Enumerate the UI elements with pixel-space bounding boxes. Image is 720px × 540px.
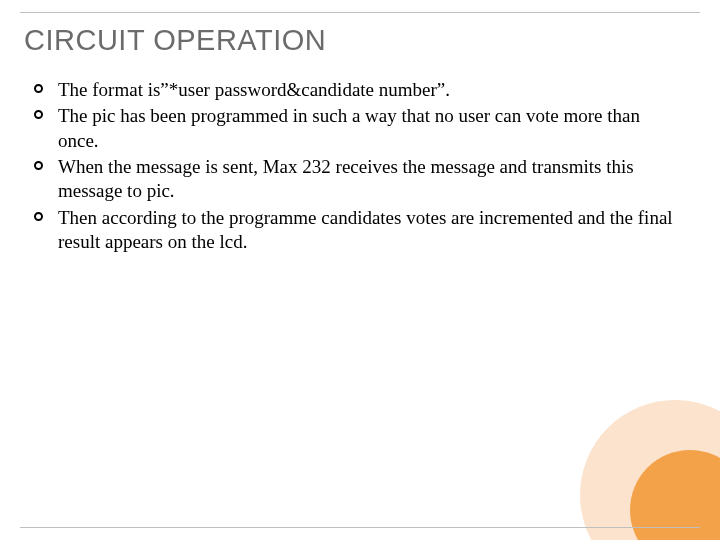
- slide: CIRCUIT OPERATION The format is”*user pa…: [0, 0, 720, 540]
- slide-title: CIRCUIT OPERATION: [24, 24, 326, 57]
- divider-bottom: [20, 527, 700, 528]
- list-item-text: Then according to the programme candidat…: [58, 207, 673, 252]
- list-item-text: The format is”*user password&candidate n…: [58, 79, 450, 100]
- divider-top: [20, 12, 700, 13]
- bullet-list: The format is”*user password&candidate n…: [32, 78, 680, 254]
- slide-body: The format is”*user password&candidate n…: [32, 78, 680, 256]
- list-item-text: The pic has been programmed in such a wa…: [58, 105, 640, 150]
- list-item: When the message is sent, Max 232 receiv…: [32, 155, 680, 204]
- list-item-text: When the message is sent, Max 232 receiv…: [58, 156, 634, 201]
- list-item: The format is”*user password&candidate n…: [32, 78, 680, 102]
- list-item: Then according to the programme candidat…: [32, 206, 680, 255]
- list-item: The pic has been programmed in such a wa…: [32, 104, 680, 153]
